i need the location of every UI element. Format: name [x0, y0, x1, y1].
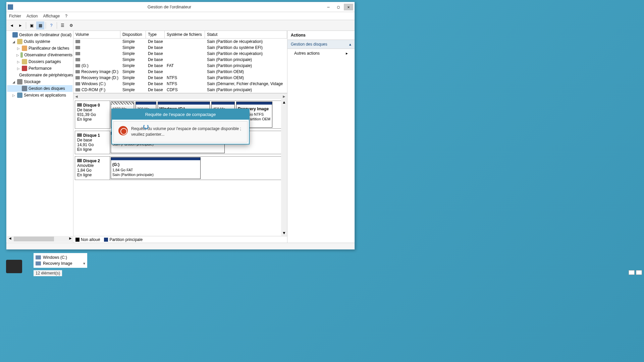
scroll-thumb[interactable] — [14, 237, 54, 241]
drive-icon — [36, 261, 41, 265]
volume-icon — [75, 70, 80, 73]
view-settings-button[interactable]: ⚙ — [67, 21, 75, 29]
tree-performance[interactable]: ▷Performance — [7, 65, 72, 72]
explorer-status: 12 élément(s) — [34, 270, 62, 276]
col-filesystem[interactable]: Système de fichiers — [165, 31, 205, 38]
explorer-nav-strip: Windows (C:) Recovery Image▾ — [34, 253, 87, 268]
navigation-tree[interactable]: Gestion de l'ordinateur (local) ◢Outils … — [6, 31, 73, 243]
tree-system-tools[interactable]: ◢Outils système — [7, 38, 72, 45]
disk-vscroll[interactable]: ▲ ▼ — [281, 99, 287, 236]
back-button[interactable]: ◄ — [8, 21, 16, 29]
table-row[interactable]: SimpleDe baseSain (Partition du système … — [73, 45, 287, 51]
table-row[interactable]: CD-ROM (F:)SimpleDe baseCDFSSain (Partit… — [73, 87, 287, 93]
scroll-down-icon[interactable]: ▼ — [281, 230, 287, 236]
dialog-title: Requête de l'espace de compactage — [112, 109, 249, 120]
explorer-item[interactable]: Windows (C:) — [35, 254, 86, 260]
scroll-right-icon[interactable]: ► — [281, 94, 287, 99]
explorer-item[interactable]: Recovery Image▾ — [35, 260, 86, 266]
dropdown-icon[interactable]: ▾ — [83, 261, 85, 266]
statusbar — [6, 243, 355, 249]
scroll-right-icon[interactable]: ► — [67, 236, 73, 242]
view-list-button[interactable]: ☰ — [58, 21, 66, 29]
scroll-left-icon[interactable]: ◄ — [73, 94, 79, 99]
actions-title: Actions — [287, 31, 355, 40]
maximize-button[interactable]: ▢ — [334, 4, 343, 10]
volume-icon — [75, 46, 80, 49]
system-icon — [8, 4, 13, 10]
col-status[interactable]: Statut — [205, 31, 287, 38]
tree-event-viewer[interactable]: ▷Observateur d'événements — [7, 52, 72, 58]
busy-icon — [118, 126, 128, 135]
collapse-icon[interactable]: ▴ — [349, 42, 351, 47]
col-type[interactable]: Type — [146, 31, 165, 38]
table-row[interactable]: SimpleDe baseSain (Partition de récupéra… — [73, 51, 287, 57]
tree-disk-management[interactable]: Gestion des disques — [7, 85, 72, 92]
col-layout[interactable]: Disposition — [120, 31, 146, 38]
tree-device-manager[interactable]: Gestionnaire de périphériques — [7, 72, 72, 78]
volume-icon — [75, 40, 80, 43]
properties-button[interactable]: ▦ — [36, 21, 44, 29]
disk-icon — [77, 133, 82, 137]
scroll-left-icon[interactable]: ◄ — [7, 236, 13, 242]
volume-icon — [75, 82, 80, 85]
volume-icon — [75, 76, 80, 79]
tree-shared-folders[interactable]: ▷Dossiers partagés — [7, 58, 72, 65]
disk-info: Disque 0De base931,39 GoEn ligne — [75, 101, 110, 128]
actions-other[interactable]: Autres actions ▸ — [287, 49, 355, 58]
desktop-printer-icon[interactable] — [6, 260, 22, 273]
tree-task-scheduler[interactable]: ▷Planificateur de tâches — [7, 45, 72, 52]
up-button[interactable]: ▣ — [28, 21, 36, 29]
volume-table: Volume Disposition Type Système de fichi… — [73, 31, 287, 93]
table-row[interactable]: SimpleDe baseSain (Partition de récupéra… — [73, 39, 287, 45]
table-row[interactable]: Recovery Image (D:)SimpleDe baseSain (Pa… — [73, 69, 287, 75]
submenu-arrow-icon: ▸ — [346, 51, 348, 56]
menu-view[interactable]: Affichage — [43, 14, 60, 18]
table-row[interactable]: (G:)SimpleDe baseFATSain (Partition prin… — [73, 63, 287, 69]
menu-action[interactable]: Action — [26, 14, 38, 18]
partition-block[interactable]: (G:)1,84 Go FATSain (Partition principal… — [111, 157, 201, 179]
actions-panel: Actions Gestion des disques ▴ Autres act… — [287, 31, 355, 243]
view-icons-button[interactable] — [636, 270, 642, 275]
menu-help[interactable]: ? — [65, 14, 67, 18]
scroll-up-icon[interactable]: ▲ — [281, 99, 287, 105]
disk-info: Disque 2Amovible1,84 GoEn ligne — [75, 157, 110, 179]
volume-icon — [75, 88, 80, 92]
window-title: Gestion de l'ordinateur — [15, 4, 324, 9]
volume-icon — [75, 52, 80, 55]
disk-row: Disque 2Amovible1,84 GoEn ligne(G:)1,84 … — [75, 156, 286, 180]
table-hscroll[interactable]: ◄ ► — [73, 93, 287, 99]
tree-root[interactable]: Gestion de l'ordinateur (local) — [7, 32, 72, 38]
legend-primary: Partition principale — [104, 237, 143, 242]
tree-services-apps[interactable]: ▷Services et applications — [7, 92, 72, 99]
disk-info: Disque 1De base14,91 GoEn ligne — [75, 131, 110, 154]
volume-icon — [75, 58, 80, 61]
table-row[interactable]: Windows (C:)SimpleDe baseNTFSSain (Démar… — [73, 81, 287, 87]
drive-icon — [36, 255, 41, 259]
toolbar: ◄ ► ▣ ▦ ? ☰ ⚙ — [6, 20, 355, 31]
tree-storage[interactable]: ◢Stockage — [7, 78, 72, 85]
table-header: Volume Disposition Type Système de fichi… — [73, 31, 287, 39]
spinner-icon — [143, 124, 149, 129]
shrink-query-dialog: Requête de l'espace de compactage Requêt… — [111, 109, 250, 144]
tree-hscroll[interactable]: ◄ ► — [7, 236, 73, 242]
actions-section[interactable]: Gestion des disques ▴ — [287, 40, 355, 49]
disk-icon — [77, 103, 82, 107]
minimize-button[interactable]: — — [324, 4, 333, 10]
titlebar[interactable]: Gestion de l'ordinateur — ▢ ✕ — [6, 2, 355, 12]
dialog-message: Requête du volume pour l'espace de compa… — [131, 126, 243, 137]
explorer-view-buttons — [629, 270, 642, 275]
legend-unallocated: Non alloué — [75, 237, 100, 242]
table-row[interactable]: Recovery Image (D:)SimpleDe baseNTFSSain… — [73, 75, 287, 81]
table-row[interactable]: SimpleDe baseSain (Partition principale) — [73, 57, 287, 63]
volume-icon — [75, 64, 80, 67]
disk-icon — [77, 159, 82, 162]
close-button[interactable]: ✕ — [344, 4, 353, 10]
forward-button[interactable]: ► — [16, 21, 24, 29]
menu-file[interactable]: Fichier — [9, 14, 21, 18]
col-volume[interactable]: Volume — [73, 31, 120, 38]
menubar: Fichier Action Affichage ? — [6, 12, 355, 20]
help-button[interactable]: ? — [47, 21, 55, 29]
legend: Non alloué Partition principale — [73, 236, 287, 243]
view-details-button[interactable] — [629, 270, 635, 275]
